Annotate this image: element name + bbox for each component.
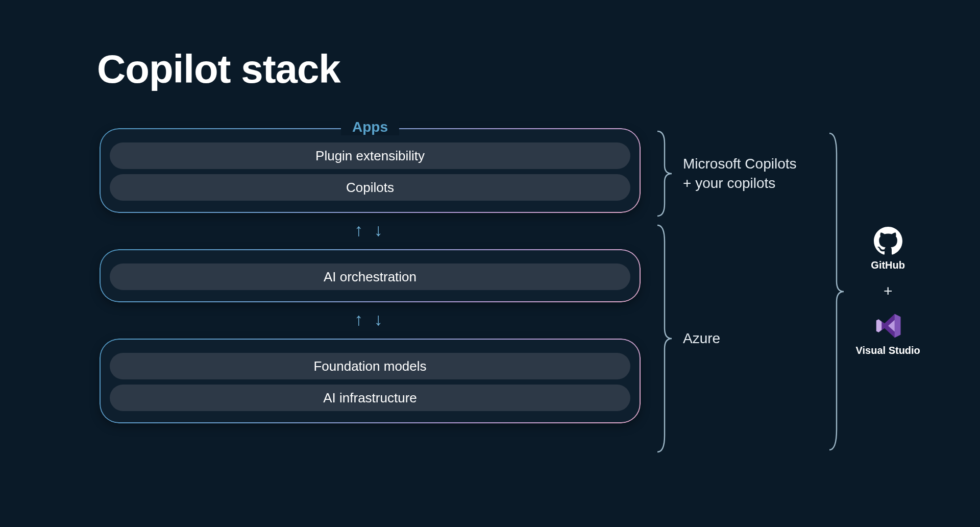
pill-ai-orchestration: AI orchestration — [110, 264, 630, 290]
slide-title: Copilot stack — [97, 46, 980, 92]
brace-top: Microsoft Copilots + your copilots — [655, 128, 797, 219]
tools-column: GitHub + Visual Studio — [827, 128, 920, 455]
brace-top-line2: + your copilots — [683, 175, 775, 191]
brace-bottom-label: Azure — [683, 329, 720, 348]
arrows-icon: ↑ ↓ — [354, 309, 385, 329]
tool-visual-studio: Visual Studio — [856, 311, 920, 356]
group-foundation: Foundation models AI infrastructure — [100, 339, 641, 423]
pill-ai-infrastructure: AI infrastructure — [110, 385, 630, 411]
brace-column: Microsoft Copilots + your copilots Azure — [655, 128, 797, 456]
group-orchestration: AI orchestration — [100, 249, 641, 302]
pill-foundation-models: Foundation models — [110, 353, 630, 379]
group-apps-label: Apps — [341, 119, 399, 135]
tool-vs-label: Visual Studio — [856, 345, 920, 356]
pill-plugin-extensibility: Plugin extensibility — [110, 142, 630, 169]
brace-bottom: Azure — [655, 221, 797, 456]
pill-copilots: Copilots — [110, 174, 630, 201]
brace-top-label: Microsoft Copilots + your copilots — [683, 154, 797, 193]
github-icon — [874, 227, 902, 255]
tool-github-label: GitHub — [871, 259, 905, 271]
brace-top-line1: Microsoft Copilots — [683, 156, 797, 172]
tools-plus: + — [884, 282, 893, 300]
visual-studio-icon — [873, 311, 903, 341]
brace-icon — [655, 221, 673, 456]
content-row: Apps Plugin extensibility Copilots ↑ ↓ A… — [97, 128, 980, 456]
brace-icon — [827, 128, 845, 455]
group-apps: Apps Plugin extensibility Copilots — [100, 128, 641, 213]
tool-github: GitHub — [871, 227, 905, 271]
arrows-icon: ↑ ↓ — [354, 220, 385, 240]
tools-center: GitHub + Visual Studio — [856, 227, 920, 356]
stack-column: Apps Plugin extensibility Copilots ↑ ↓ A… — [97, 128, 643, 423]
slide-canvas: Copilot stack Apps Plugin extensibility … — [0, 0, 980, 527]
brace-icon — [655, 128, 673, 219]
